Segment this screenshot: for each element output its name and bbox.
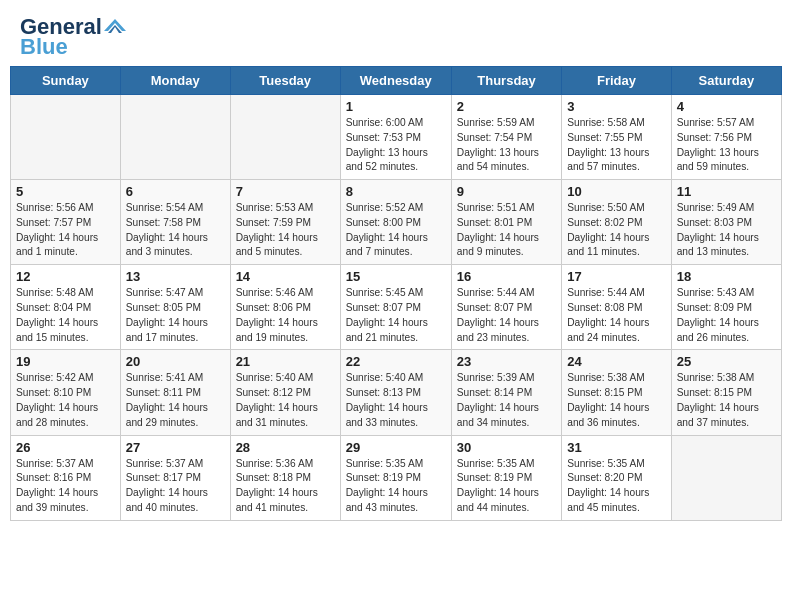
day-cell-30: 30Sunrise: 5:35 AM Sunset: 8:19 PM Dayli… <box>451 435 561 520</box>
day-number: 8 <box>346 184 446 199</box>
empty-cell <box>671 435 781 520</box>
day-info: Sunrise: 5:40 AM Sunset: 8:13 PM Dayligh… <box>346 371 446 430</box>
weekday-header-friday: Friday <box>562 67 671 95</box>
week-row-4: 19Sunrise: 5:42 AM Sunset: 8:10 PM Dayli… <box>11 350 782 435</box>
day-info: Sunrise: 5:40 AM Sunset: 8:12 PM Dayligh… <box>236 371 335 430</box>
weekday-header-sunday: Sunday <box>11 67 121 95</box>
day-cell-10: 10Sunrise: 5:50 AM Sunset: 8:02 PM Dayli… <box>562 180 671 265</box>
day-number: 11 <box>677 184 776 199</box>
day-cell-22: 22Sunrise: 5:40 AM Sunset: 8:13 PM Dayli… <box>340 350 451 435</box>
day-info: Sunrise: 5:49 AM Sunset: 8:03 PM Dayligh… <box>677 201 776 260</box>
weekday-header-row: SundayMondayTuesdayWednesdayThursdayFrid… <box>11 67 782 95</box>
day-cell-24: 24Sunrise: 5:38 AM Sunset: 8:15 PM Dayli… <box>562 350 671 435</box>
day-info: Sunrise: 6:00 AM Sunset: 7:53 PM Dayligh… <box>346 116 446 175</box>
day-cell-6: 6Sunrise: 5:54 AM Sunset: 7:58 PM Daylig… <box>120 180 230 265</box>
day-cell-23: 23Sunrise: 5:39 AM Sunset: 8:14 PM Dayli… <box>451 350 561 435</box>
day-info: Sunrise: 5:39 AM Sunset: 8:14 PM Dayligh… <box>457 371 556 430</box>
day-cell-12: 12Sunrise: 5:48 AM Sunset: 8:04 PM Dayli… <box>11 265 121 350</box>
day-number: 6 <box>126 184 225 199</box>
day-info: Sunrise: 5:47 AM Sunset: 8:05 PM Dayligh… <box>126 286 225 345</box>
day-info: Sunrise: 5:43 AM Sunset: 8:09 PM Dayligh… <box>677 286 776 345</box>
day-number: 3 <box>567 99 665 114</box>
day-info: Sunrise: 5:44 AM Sunset: 8:08 PM Dayligh… <box>567 286 665 345</box>
day-info: Sunrise: 5:38 AM Sunset: 8:15 PM Dayligh… <box>677 371 776 430</box>
day-cell-8: 8Sunrise: 5:52 AM Sunset: 8:00 PM Daylig… <box>340 180 451 265</box>
day-info: Sunrise: 5:57 AM Sunset: 7:56 PM Dayligh… <box>677 116 776 175</box>
day-number: 25 <box>677 354 776 369</box>
day-number: 1 <box>346 99 446 114</box>
day-cell-7: 7Sunrise: 5:53 AM Sunset: 7:59 PM Daylig… <box>230 180 340 265</box>
day-cell-5: 5Sunrise: 5:56 AM Sunset: 7:57 PM Daylig… <box>11 180 121 265</box>
weekday-header-wednesday: Wednesday <box>340 67 451 95</box>
day-number: 21 <box>236 354 335 369</box>
day-info: Sunrise: 5:42 AM Sunset: 8:10 PM Dayligh… <box>16 371 115 430</box>
day-number: 10 <box>567 184 665 199</box>
day-cell-16: 16Sunrise: 5:44 AM Sunset: 8:07 PM Dayli… <box>451 265 561 350</box>
day-info: Sunrise: 5:58 AM Sunset: 7:55 PM Dayligh… <box>567 116 665 175</box>
day-number: 31 <box>567 440 665 455</box>
day-info: Sunrise: 5:41 AM Sunset: 8:11 PM Dayligh… <box>126 371 225 430</box>
day-number: 30 <box>457 440 556 455</box>
day-number: 19 <box>16 354 115 369</box>
day-info: Sunrise: 5:50 AM Sunset: 8:02 PM Dayligh… <box>567 201 665 260</box>
day-cell-14: 14Sunrise: 5:46 AM Sunset: 8:06 PM Dayli… <box>230 265 340 350</box>
day-number: 14 <box>236 269 335 284</box>
weekday-header-thursday: Thursday <box>451 67 561 95</box>
week-row-3: 12Sunrise: 5:48 AM Sunset: 8:04 PM Dayli… <box>11 265 782 350</box>
week-row-1: 1Sunrise: 6:00 AM Sunset: 7:53 PM Daylig… <box>11 95 782 180</box>
day-number: 2 <box>457 99 556 114</box>
day-cell-27: 27Sunrise: 5:37 AM Sunset: 8:17 PM Dayli… <box>120 435 230 520</box>
day-cell-11: 11Sunrise: 5:49 AM Sunset: 8:03 PM Dayli… <box>671 180 781 265</box>
day-info: Sunrise: 5:56 AM Sunset: 7:57 PM Dayligh… <box>16 201 115 260</box>
logo: General Blue <box>20 16 126 58</box>
day-number: 18 <box>677 269 776 284</box>
day-info: Sunrise: 5:48 AM Sunset: 8:04 PM Dayligh… <box>16 286 115 345</box>
day-info: Sunrise: 5:37 AM Sunset: 8:17 PM Dayligh… <box>126 457 225 516</box>
day-cell-9: 9Sunrise: 5:51 AM Sunset: 8:01 PM Daylig… <box>451 180 561 265</box>
day-cell-2: 2Sunrise: 5:59 AM Sunset: 7:54 PM Daylig… <box>451 95 561 180</box>
weekday-header-saturday: Saturday <box>671 67 781 95</box>
day-number: 5 <box>16 184 115 199</box>
day-number: 29 <box>346 440 446 455</box>
day-number: 23 <box>457 354 556 369</box>
day-number: 24 <box>567 354 665 369</box>
day-cell-21: 21Sunrise: 5:40 AM Sunset: 8:12 PM Dayli… <box>230 350 340 435</box>
day-cell-4: 4Sunrise: 5:57 AM Sunset: 7:56 PM Daylig… <box>671 95 781 180</box>
day-info: Sunrise: 5:46 AM Sunset: 8:06 PM Dayligh… <box>236 286 335 345</box>
day-number: 27 <box>126 440 225 455</box>
day-cell-20: 20Sunrise: 5:41 AM Sunset: 8:11 PM Dayli… <box>120 350 230 435</box>
day-number: 13 <box>126 269 225 284</box>
day-info: Sunrise: 5:54 AM Sunset: 7:58 PM Dayligh… <box>126 201 225 260</box>
day-cell-3: 3Sunrise: 5:58 AM Sunset: 7:55 PM Daylig… <box>562 95 671 180</box>
empty-cell <box>11 95 121 180</box>
day-number: 17 <box>567 269 665 284</box>
weekday-header-tuesday: Tuesday <box>230 67 340 95</box>
calendar-table: SundayMondayTuesdayWednesdayThursdayFrid… <box>10 66 782 521</box>
day-cell-15: 15Sunrise: 5:45 AM Sunset: 8:07 PM Dayli… <box>340 265 451 350</box>
day-number: 20 <box>126 354 225 369</box>
day-number: 4 <box>677 99 776 114</box>
day-cell-13: 13Sunrise: 5:47 AM Sunset: 8:05 PM Dayli… <box>120 265 230 350</box>
day-cell-19: 19Sunrise: 5:42 AM Sunset: 8:10 PM Dayli… <box>11 350 121 435</box>
empty-cell <box>230 95 340 180</box>
day-cell-25: 25Sunrise: 5:38 AM Sunset: 8:15 PM Dayli… <box>671 350 781 435</box>
week-row-2: 5Sunrise: 5:56 AM Sunset: 7:57 PM Daylig… <box>11 180 782 265</box>
day-info: Sunrise: 5:59 AM Sunset: 7:54 PM Dayligh… <box>457 116 556 175</box>
logo-blue: Blue <box>20 36 68 58</box>
day-number: 9 <box>457 184 556 199</box>
day-info: Sunrise: 5:44 AM Sunset: 8:07 PM Dayligh… <box>457 286 556 345</box>
header: General Blue <box>0 0 792 66</box>
day-cell-31: 31Sunrise: 5:35 AM Sunset: 8:20 PM Dayli… <box>562 435 671 520</box>
day-info: Sunrise: 5:37 AM Sunset: 8:16 PM Dayligh… <box>16 457 115 516</box>
day-info: Sunrise: 5:35 AM Sunset: 8:20 PM Dayligh… <box>567 457 665 516</box>
day-info: Sunrise: 5:53 AM Sunset: 7:59 PM Dayligh… <box>236 201 335 260</box>
day-number: 16 <box>457 269 556 284</box>
day-info: Sunrise: 5:51 AM Sunset: 8:01 PM Dayligh… <box>457 201 556 260</box>
empty-cell <box>120 95 230 180</box>
day-number: 7 <box>236 184 335 199</box>
day-info: Sunrise: 5:35 AM Sunset: 8:19 PM Dayligh… <box>346 457 446 516</box>
logo-icon <box>104 17 126 33</box>
day-cell-1: 1Sunrise: 6:00 AM Sunset: 7:53 PM Daylig… <box>340 95 451 180</box>
day-info: Sunrise: 5:45 AM Sunset: 8:07 PM Dayligh… <box>346 286 446 345</box>
day-info: Sunrise: 5:35 AM Sunset: 8:19 PM Dayligh… <box>457 457 556 516</box>
